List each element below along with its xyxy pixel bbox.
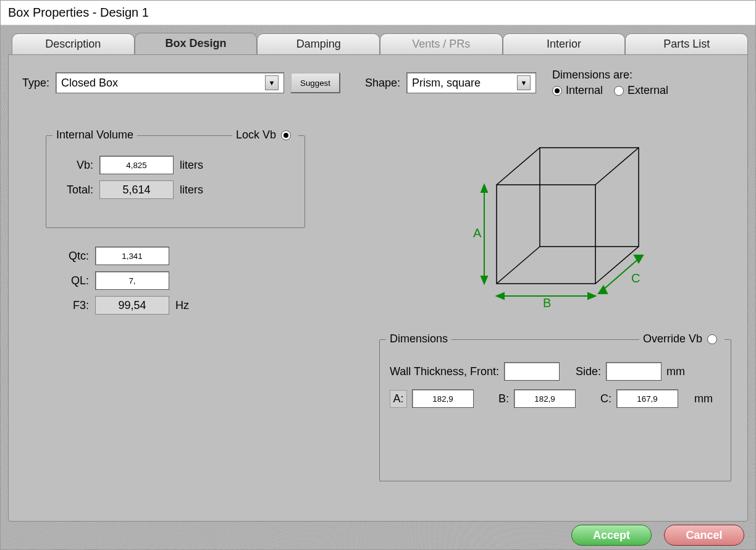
svg-rect-0 — [497, 185, 595, 284]
wall-front-input[interactable] — [504, 362, 560, 381]
dim-c-label: C: — [600, 392, 611, 405]
internal-volume-legend: Internal Volume — [52, 129, 137, 142]
diagram-c-label: C — [631, 271, 640, 285]
radio-icon — [707, 334, 717, 344]
override-vb-label: Override Vb — [643, 332, 702, 345]
qtc-label: Qtc: — [52, 250, 89, 263]
wall-thickness-label: Wall Thickness, Front: — [390, 365, 499, 378]
chevron-down-icon: ▼ — [517, 75, 531, 90]
radio-icon — [552, 86, 562, 96]
radio-external[interactable]: External — [614, 84, 668, 97]
content-area: Description Box Design Damping Vents / P… — [1, 25, 755, 549]
wall-side-input[interactable] — [606, 362, 662, 381]
f3-readout: 99,54 — [95, 296, 169, 315]
override-vb-control[interactable]: Override Vb — [639, 332, 724, 345]
tab-panel: Type: Closed Box ▼ Suggest Shape: Prism,… — [8, 54, 748, 522]
tab-damping[interactable]: Damping — [257, 33, 380, 55]
wall-unit: mm — [666, 365, 685, 378]
dim-a-input[interactable] — [412, 389, 474, 408]
dim-unit: mm — [694, 392, 713, 405]
dialog-buttons: Accept Cancel — [571, 525, 744, 546]
radio-internal-label: Internal — [566, 84, 603, 96]
tab-box-design[interactable]: Box Design — [135, 33, 258, 54]
svg-rect-1 — [540, 148, 639, 247]
ql-label: QL: — [52, 274, 89, 287]
f3-label: F3: — [52, 299, 89, 312]
dim-b-input[interactable] — [514, 389, 576, 408]
top-controls: Type: Closed Box ▼ Suggest Shape: Prism,… — [22, 69, 734, 97]
dimensions-are-label: Dimensions are: — [552, 69, 668, 82]
radio-icon — [614, 86, 624, 96]
lock-vb-label: Lock Vb — [236, 129, 276, 142]
tab-row: Description Box Design Damping Vents / P… — [12, 33, 748, 54]
accept-button[interactable]: Accept — [571, 525, 652, 546]
type-value: Closed Box — [61, 77, 118, 90]
vb-input[interactable] — [99, 156, 174, 174]
shape-value: Prism, square — [412, 77, 481, 90]
radio-internal[interactable]: Internal — [552, 84, 603, 97]
radio-external-label: External — [628, 84, 668, 96]
svg-line-2 — [497, 148, 540, 185]
dim-a-label: A: — [390, 390, 407, 408]
tab-vents-prs: Vents / PRs — [380, 33, 503, 55]
tab-parts-list[interactable]: Parts List — [625, 33, 748, 55]
window-title: Box Properties - Design 1 — [1, 1, 755, 25]
total-unit: liters — [180, 184, 203, 197]
cancel-button[interactable]: Cancel — [664, 525, 744, 546]
svg-marker-7 — [481, 185, 487, 192]
ql-input[interactable] — [95, 271, 169, 290]
svg-line-4 — [497, 247, 540, 284]
diagram-a-label: A — [473, 226, 482, 240]
params-area: Qtc: QL: F3: 99,54 Hz — [52, 240, 189, 321]
diagram-b-label: B — [543, 296, 551, 310]
dimensions-legend: Dimensions — [386, 332, 452, 345]
shape-label: Shape: — [365, 77, 400, 90]
total-readout: 5,614 — [99, 180, 174, 199]
dim-b-label: B: — [498, 392, 509, 405]
radio-icon — [281, 130, 291, 140]
suggest-button[interactable]: Suggest — [290, 72, 340, 93]
window: Box Properties - Design 1 Description Bo… — [0, 0, 756, 550]
svg-marker-11 — [588, 293, 595, 299]
tab-description[interactable]: Description — [12, 33, 135, 55]
cube-diagram: A B C — [416, 123, 676, 327]
qtc-input[interactable] — [95, 247, 169, 265]
vb-unit: liters — [180, 159, 203, 172]
svg-line-3 — [595, 148, 639, 185]
dim-c-input[interactable] — [616, 389, 678, 408]
vb-label: Vb: — [56, 159, 93, 172]
wall-side-label: Side: — [576, 365, 601, 378]
total-label: Total: — [56, 184, 93, 197]
dimensions-group: Dimensions Override Vb Wall Thickness, F… — [379, 339, 731, 481]
tab-interior[interactable]: Interior — [503, 33, 626, 55]
dimensions-are-group: Dimensions are: Internal External — [552, 69, 668, 97]
chevron-down-icon: ▼ — [265, 75, 279, 90]
type-label: Type: — [22, 77, 49, 90]
f3-unit: Hz — [175, 299, 189, 312]
svg-marker-10 — [497, 293, 504, 299]
svg-marker-8 — [481, 276, 487, 284]
shape-select[interactable]: Prism, square ▼ — [406, 72, 536, 93]
internal-volume-group: Internal Volume Lock Vb Vb: liters Total… — [46, 135, 305, 228]
lock-vb-control[interactable]: Lock Vb — [232, 129, 298, 142]
type-select[interactable]: Closed Box ▼ — [56, 72, 284, 93]
